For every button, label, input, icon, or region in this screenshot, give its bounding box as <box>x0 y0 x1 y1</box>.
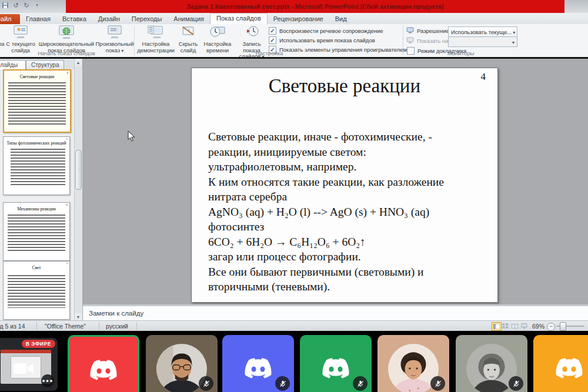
discord-logo-icon <box>552 355 586 384</box>
checkbox-checked-icon <box>269 36 276 44</box>
checkbox-checked-icon <box>269 27 276 35</box>
slide-thumbnail-2[interactable]: 5 Типы фотохимических реакций <box>3 136 70 195</box>
discord-tile-7[interactable] <box>456 335 527 392</box>
slide-thumbnail-3[interactable]: 6 Механизмы реакции <box>3 202 70 261</box>
notes-placeholder: Заметки к слайду <box>89 310 143 317</box>
slide-sorter-view-button[interactable] <box>501 322 510 330</box>
setup-group-label: Настройка <box>137 50 402 56</box>
live-badge: В ЭФИРЕ <box>22 340 55 348</box>
screen: ↺ ↻ ▾ Задача 1 Квантованный свет.pptx - … <box>0 0 588 392</box>
scrollbar-thumb[interactable]: ⋮⋮ <box>75 150 82 190</box>
discord-tile-5[interactable] <box>300 335 372 392</box>
discord-tile-4[interactable] <box>222 335 294 392</box>
undo-icon[interactable]: ↺ <box>12 1 20 9</box>
tab-animatsiya[interactable]: Анимация <box>168 14 210 24</box>
discord-video-strip: В ЭФИРЕ ●●● <box>0 331 588 392</box>
record-slideshow-icon <box>243 25 260 40</box>
tab-glavnaya[interactable]: Главная <box>20 14 56 24</box>
zoom-level: 69% <box>532 323 544 330</box>
muted-mic-icon <box>509 376 523 391</box>
tab-outline[interactable]: Структура <box>26 60 64 69</box>
discord-tile-screenshare[interactable]: В ЭФИРЕ ●●● <box>0 338 58 391</box>
title-bar: ↺ ↻ ▾ Задача 1 Квантованный свет.pptx - … <box>0 0 588 13</box>
tab-pokaz-slaydov[interactable]: Показ слайдов <box>210 13 268 24</box>
discord-tile-6[interactable] <box>377 335 449 392</box>
dropdown-caret-icon <box>511 39 514 45</box>
slides-panel: Слайды Структура ✕ 4 Световые реакции 5 … <box>0 59 83 320</box>
muted-mic-icon <box>275 376 290 391</box>
custom-slideshow-icon <box>106 25 123 40</box>
panel-tab-bar: Слайды Структура ✕ <box>0 59 82 69</box>
monitors-group-label: Мониторы <box>406 50 515 56</box>
thumbnail-text-lines <box>8 82 66 125</box>
slide-indicator: Слайд 5 из 14 <box>0 323 25 330</box>
tab-slides[interactable]: Слайды <box>0 60 26 69</box>
tab-vstavka[interactable]: Вставка <box>56 14 92 24</box>
save-icon[interactable] <box>1 1 9 9</box>
slide-canvas[interactable]: 4 Световые реакции Световые реакции, ина… <box>191 68 498 303</box>
show-on-row: Показать на: <box>406 37 450 45</box>
hide-slide-icon <box>180 25 196 40</box>
resolution-row: Разрешение: <box>406 27 451 35</box>
discord-tile-2[interactable] <box>68 335 139 392</box>
notes-pane[interactable]: Заметки к слайду <box>83 304 588 322</box>
slide-thumbnail-4[interactable]: 7 Свет <box>3 261 70 320</box>
rehearse-timings-icon <box>209 25 226 40</box>
ribbon: С начала С текущего слайда Широковещател… <box>0 24 588 57</box>
discord-tile-8[interactable] <box>533 335 588 392</box>
thumbnail-scrollbar: ▲ ⋮⋮ ▼ <box>74 59 82 320</box>
muted-mic-icon <box>199 376 213 391</box>
show-on-icon <box>406 37 414 45</box>
from-current-slide-icon <box>12 25 29 40</box>
slide-title: Световые реакции <box>192 75 497 97</box>
tile-more-button[interactable]: ●●● <box>41 374 54 387</box>
tab-dizayn[interactable]: Дизайн <box>92 14 126 24</box>
tab-perekhody[interactable]: Переходы <box>126 14 168 24</box>
status-bar: Слайд 5 из 14 "Office Theme" русский 69%… <box>0 320 588 331</box>
window-title: Задача 1 Квантованный свет.pptx - Micros… <box>66 0 564 13</box>
scroll-down-icon[interactable]: ▼ <box>75 313 82 320</box>
mouse-cursor-icon <box>128 130 135 144</box>
muted-mic-icon <box>430 376 445 391</box>
checkbox-use-timings[interactable]: Использовать время показа слайдов <box>269 36 375 44</box>
normal-view-button[interactable] <box>492 322 502 331</box>
thumbnail-text-lines <box>8 275 65 308</box>
start-group-label: Начать показ слайдов <box>0 50 133 56</box>
zoom-out-button[interactable]: – <box>547 323 555 331</box>
slide-editing-area[interactable]: 4 Световые реакции Световые реакции, ина… <box>83 59 588 304</box>
video-camera-icon <box>13 361 34 378</box>
scroll-up-icon[interactable]: ▲ <box>75 59 82 66</box>
group-separator <box>403 26 403 55</box>
from-beginning-icon <box>0 25 1 40</box>
slide-thumbnail-1[interactable]: 4 Световые реакции <box>3 69 71 133</box>
thumbnail-text-lines <box>11 149 65 185</box>
tab-retsenzirovanie[interactable]: Рецензирование <box>268 14 329 24</box>
show-on-select[interactable] <box>448 36 517 47</box>
tab-vid[interactable]: Вид <box>329 14 353 24</box>
slideshow-view-button[interactable] <box>520 322 529 330</box>
discord-logo-icon <box>86 357 121 386</box>
discord-tile-3[interactable] <box>146 335 218 392</box>
ribbon-tab-bar: Файл Главная Вставка Дизайн Переходы Ани… <box>0 13 588 25</box>
group-separator <box>134 26 135 55</box>
thumbnail-text-lines <box>8 215 65 252</box>
zoom-slider-thumb[interactable] <box>560 322 566 331</box>
set-up-slideshow-icon <box>147 25 165 40</box>
discord-logo-icon <box>319 355 353 384</box>
redo-icon[interactable]: ↻ <box>22 1 31 9</box>
quick-access-toolbar: ↺ ↻ ▾ <box>1 1 41 9</box>
language-indicator: русский <box>106 323 128 330</box>
broadcast-icon <box>56 25 76 40</box>
resolution-icon <box>406 27 414 35</box>
theme-indicator: "Office Theme" <box>45 323 86 330</box>
resolution-select[interactable]: Использовать текуще... <box>448 26 517 37</box>
tab-file[interactable]: Файл <box>0 14 20 24</box>
scrollbar-grip: ⋮⋮ <box>77 168 81 170</box>
dropdown-caret-icon <box>512 29 515 35</box>
qat-dropdown-icon[interactable]: ▾ <box>33 1 41 9</box>
muted-mic-icon <box>353 376 368 391</box>
checkbox-play-narration[interactable]: Воспроизвести речевое сопровождение <box>269 27 383 35</box>
discord-logo-icon <box>241 355 275 384</box>
reading-view-button[interactable] <box>510 322 519 330</box>
slide-body-text: Световые реакции, иначе - фотохимические… <box>208 129 489 294</box>
